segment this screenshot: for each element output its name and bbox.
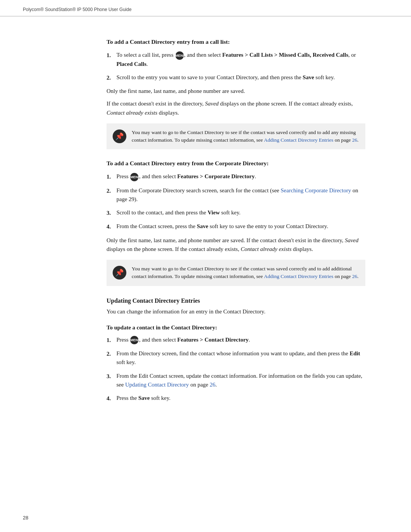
step-number: 1.	[107, 51, 116, 60]
step-text: Press the Save soft key.	[116, 394, 365, 403]
link-updating-contact-directory[interactable]: Updating Contact Directory	[125, 382, 189, 388]
steps-update: 1. Press MENU, and then select Features …	[107, 335, 365, 403]
note-box-corporate: 📌 You may want to go to the Contact Dire…	[107, 260, 365, 286]
step-item: 1. Press MENU, and then select Features …	[107, 335, 365, 345]
note-text-call-list: You may want to go to the Contact Direct…	[132, 129, 359, 144]
step-text: Press MENU, and then select Features > C…	[116, 172, 365, 181]
section-heading-call-list: To add a Contact Directory entry from a …	[107, 38, 365, 45]
step-item: 1. Press MENU, and then select Features …	[107, 172, 365, 181]
link-adding-entries-1[interactable]: Adding Contact Directory Entries	[264, 137, 333, 143]
para-if-contact: If the contact doesn't exist in the dire…	[107, 99, 365, 117]
step-number: 4.	[107, 222, 116, 231]
step-number: 3.	[107, 208, 116, 217]
step-text: Press MENU, and then select Features > C…	[116, 335, 365, 345]
step-item: 1. To select a call list, press MENU, an…	[107, 51, 365, 69]
steps-call-list: 1. To select a call list, press MENU, an…	[107, 51, 365, 82]
section-heading-corporate: To add a Contact Directory entry from th…	[107, 160, 365, 167]
menu-button-icon: MENU	[130, 336, 139, 344]
step-number: 1.	[107, 172, 116, 181]
link-page-26-3[interactable]: 26	[210, 382, 215, 388]
step-number: 2.	[107, 73, 116, 82]
step-text: To select a call list, press MENU, and t…	[116, 51, 365, 69]
step-text: From the Contact screen, press the Save …	[116, 222, 365, 231]
step-text: From the Edit Contact screen, update the…	[116, 372, 365, 390]
pin-icon: 📌	[115, 269, 124, 276]
step-text: From the Corporate Directory search scre…	[116, 186, 365, 204]
para-corporate-saved: Only the first name, last name, and phon…	[107, 236, 365, 254]
step-item: 4. From the Contact screen, press the Sa…	[107, 222, 365, 231]
pin-icon: 📌	[115, 133, 124, 140]
step-number: 3.	[107, 372, 116, 381]
step-item: 3. Scroll to the contact, and then press…	[107, 208, 365, 217]
para-first-name: Only the first name, last name, and phon…	[107, 87, 365, 96]
steps-corporate: 1. Press MENU, and then select Features …	[107, 172, 365, 231]
step-text: Scroll to the contact, and then press th…	[116, 208, 365, 217]
section-add-call-list: To add a Contact Directory entry from a …	[107, 38, 365, 149]
step-number: 4.	[107, 394, 116, 403]
note-icon: 📌	[113, 129, 126, 143]
step-text: Scroll to the entry you want to save to …	[116, 73, 365, 82]
step-item: 2. From the Corporate Directory search s…	[107, 186, 365, 204]
note-icon: 📌	[113, 266, 126, 280]
section-add-corporate: To add a Contact Directory entry from th…	[107, 160, 365, 286]
menu-button-icon: MENU	[175, 51, 184, 60]
link-adding-entries-2[interactable]: Adding Contact Directory Entries	[264, 273, 333, 279]
section-heading-updating: Updating Contact Directory Entries	[107, 297, 365, 304]
link-searching-corporate[interactable]: Searching Corporate Directory	[280, 187, 351, 193]
note-text-corporate: You may want to go to the Contact Direct…	[132, 265, 359, 281]
header-text: Polycom® SoundStation® IP 5000 Phone Use…	[23, 7, 132, 12]
page-number: 28	[23, 515, 28, 521]
step-number: 1.	[107, 335, 116, 345]
step-text: From the Directory screen, find the cont…	[116, 349, 365, 367]
step-item: 2. From the Directory screen, find the c…	[107, 349, 365, 367]
page-header: Polycom® SoundStation® IP 5000 Phone Use…	[0, 0, 411, 16]
page-content: To add a Contact Directory entry from a …	[0, 16, 411, 430]
note-box-call-list: 📌 You may want to go to the Contact Dire…	[107, 123, 365, 150]
menu-button-icon: MENU	[130, 173, 139, 181]
step-number: 2.	[107, 349, 116, 358]
para-updating-intro: You can change the information for an en…	[107, 307, 365, 316]
link-page-26-1[interactable]: 26	[352, 137, 357, 143]
link-page-26-2[interactable]: 26	[352, 273, 357, 279]
section-updating: Updating Contact Directory Entries You c…	[107, 297, 365, 403]
step-item: 4. Press the Save soft key.	[107, 394, 365, 403]
sub-heading-update-contact: To update a contact in the Contact Direc…	[107, 324, 365, 331]
step-number: 2.	[107, 186, 116, 195]
step-item: 2. Scroll to the entry you want to save …	[107, 73, 365, 82]
step-item: 3. From the Edit Contact screen, update …	[107, 372, 365, 390]
